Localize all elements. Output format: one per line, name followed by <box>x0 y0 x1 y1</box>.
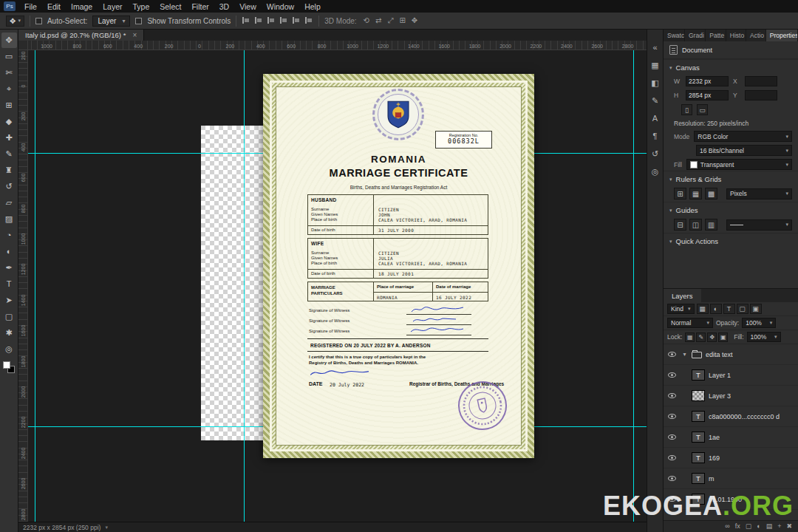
marquee-tool[interactable]: ▭ <box>1 49 17 64</box>
layer-row-1ae[interactable]: ▾ T 1ae <box>664 427 798 448</box>
brushes-panel-icon[interactable]: ✎ <box>648 93 663 108</box>
filter-type-layers-icon[interactable]: T <box>723 304 735 314</box>
auto-select-checkbox[interactable] <box>35 18 42 24</box>
y-field[interactable] <box>745 90 777 100</box>
layer-style-icon[interactable]: fx <box>735 523 740 530</box>
type-tool[interactable]: T <box>1 276 17 292</box>
menu-help[interactable]: Help <box>299 0 326 13</box>
units-dropdown[interactable]: Pixels ▾ <box>726 188 792 200</box>
filter-smart-objects-icon[interactable]: ▣ <box>750 304 762 314</box>
smart-guides-icon[interactable]: ◫ <box>689 219 702 231</box>
history-panel-icon[interactable]: ↺ <box>648 146 663 161</box>
tab-gradients[interactable]: Gradi <box>685 30 706 41</box>
align-right-edges-icon[interactable] <box>267 16 276 25</box>
group-expand-caret[interactable]: ▾ <box>681 351 688 358</box>
menu-select[interactable]: Select <box>154 0 186 13</box>
menu-edit[interactable]: Edit <box>42 0 66 13</box>
menu-type[interactable]: Type <box>127 0 154 13</box>
ruler-toggle-icon[interactable]: ⊞ <box>674 188 686 200</box>
3d-slide-icon[interactable]: ⊞ <box>398 16 406 25</box>
opacity-dropdown[interactable]: 100% ▾ <box>742 318 776 328</box>
link-layers-icon[interactable]: ∞ <box>725 523 729 530</box>
new-group-icon[interactable]: ▤ <box>766 523 773 530</box>
quick-actions-section-header[interactable]: ▾ Quick Actions <box>664 233 798 248</box>
layer-row-m[interactable]: ▾ T m <box>664 468 798 489</box>
auto-select-dropdown[interactable]: Layer ▾ <box>92 16 130 27</box>
menu-view[interactable]: View <box>234 0 262 13</box>
layer-visibility-toggle[interactable] <box>666 372 678 378</box>
lock-transparency-icon[interactable]: ▦ <box>685 332 695 342</box>
color-swatches[interactable] <box>3 361 15 373</box>
layer-visibility-toggle[interactable] <box>666 352 678 357</box>
landscape-orientation-icon[interactable]: ▭ <box>697 104 708 115</box>
align-horizontal-centers-icon[interactable] <box>254 16 263 25</box>
shape-tool[interactable]: ▢ <box>1 309 17 324</box>
current-tool-badge[interactable]: ✥ ▾ <box>6 16 24 27</box>
menu-image[interactable]: Image <box>66 0 98 13</box>
pen-tool[interactable]: ✒ <box>1 260 17 276</box>
swatches-panel-icon[interactable]: ▦ <box>648 58 663 72</box>
tab-actions[interactable]: Actio <box>746 30 766 41</box>
crop-tool[interactable]: ⊞ <box>1 98 17 113</box>
3d-orbit-icon[interactable]: ⟲ <box>362 16 371 25</box>
height-field[interactable]: 2854 px <box>686 90 729 100</box>
filter-shape-layers-icon[interactable]: ▢ <box>737 304 748 314</box>
canvas-area[interactable]: Registration No. 006832L ROMANIA MARRIAG… <box>28 50 647 522</box>
rulers-grids-section-header[interactable]: ▾ Rulers & Grids <box>664 171 798 185</box>
tab-properties[interactable]: Properties <box>766 30 798 41</box>
navigator-panel-icon[interactable]: ◎ <box>648 164 663 179</box>
color-panel-icon[interactable]: ◧ <box>648 75 663 90</box>
menu-filter[interactable]: Filter <box>186 0 214 13</box>
align-top-edges-icon[interactable] <box>279 16 288 25</box>
align-left-edges-icon[interactable] <box>242 16 250 25</box>
add-mask-icon[interactable]: ▢ <box>746 523 752 530</box>
chevron-down-icon[interactable]: ▾ <box>105 525 108 531</box>
horizontal-ruler[interactable]: 1000800600400200020040060080010001200140… <box>18 41 647 50</box>
menu-window[interactable]: Window <box>262 0 299 13</box>
lock-all-icon[interactable]: ▣ <box>718 332 728 342</box>
vertical-ruler[interactable]: 2000200400600800100012001400160018002000… <box>18 50 28 522</box>
layer-visibility-toggle[interactable] <box>666 497 678 502</box>
lasso-tool[interactable]: ✄ <box>1 65 17 81</box>
collapse-panels-icon[interactable]: « <box>648 40 663 55</box>
menu-layer[interactable]: Layer <box>98 0 127 13</box>
lock-position-icon[interactable]: ✥ <box>707 332 717 342</box>
healing-brush-tool[interactable]: ✚ <box>1 130 17 146</box>
character-panel-icon[interactable]: A <box>648 111 663 126</box>
hand-tool[interactable]: ✱ <box>1 325 17 341</box>
zoom-tool[interactable]: ◎ <box>1 341 17 357</box>
fill-dropdown[interactable]: 100% ▾ <box>747 332 781 342</box>
menu-3d[interactable]: 3D <box>214 0 234 13</box>
show-transform-checkbox[interactable] <box>135 18 142 24</box>
path-selection-tool[interactable]: ➤ <box>1 293 17 308</box>
guide-style-dropdown[interactable]: ▾ <box>726 219 792 231</box>
close-icon[interactable]: × <box>132 32 137 39</box>
layer-visibility-toggle[interactable] <box>666 414 678 419</box>
delete-layer-icon[interactable]: ✖ <box>786 523 792 530</box>
layer-row-169[interactable]: ▾ T 169 <box>664 448 798 468</box>
layer-row-layer-1[interactable]: ▾ T Layer 1 <box>664 365 798 386</box>
adjustment-layer-icon[interactable]: ◐ <box>757 523 760 530</box>
align-bottom-edges-icon[interactable] <box>304 16 313 25</box>
history-brush-tool[interactable]: ↺ <box>1 179 17 194</box>
clone-stamp-tool[interactable]: ♜ <box>1 163 17 178</box>
grid-settings-icon[interactable]: ▩ <box>705 188 717 200</box>
eyedropper-tool[interactable]: ◆ <box>1 114 17 129</box>
magic-wand-tool[interactable]: ⌖ <box>1 81 17 97</box>
dodge-tool[interactable]: ◐ <box>1 244 17 259</box>
filter-pixel-layers-icon[interactable]: ▦ <box>697 304 709 314</box>
canvas-fill-dropdown[interactable]: Transparent ▾ <box>686 159 792 170</box>
layer-visibility-toggle[interactable] <box>666 434 678 440</box>
lock-image-icon[interactable]: ✎ <box>696 332 706 342</box>
canvas-section-header[interactable]: ▾ Canvas <box>664 59 798 74</box>
3d-scale-icon[interactable]: ✥ <box>410 16 419 25</box>
layer-row-c8a[interactable]: ▾ T c8a000000...ccccccc0 d <box>664 406 798 427</box>
3d-pan-icon[interactable]: ⤢ <box>386 16 395 25</box>
move-tool[interactable]: ✥ <box>1 33 17 48</box>
paragraph-panel-icon[interactable]: ¶ <box>648 129 663 143</box>
grid-toggle-icon[interactable]: ▦ <box>689 188 702 200</box>
tab-history[interactable]: Histo <box>726 30 746 41</box>
layer-visibility-toggle[interactable] <box>666 455 678 460</box>
x-field[interactable] <box>745 76 777 86</box>
tab-patterns[interactable]: Patte <box>706 30 726 41</box>
